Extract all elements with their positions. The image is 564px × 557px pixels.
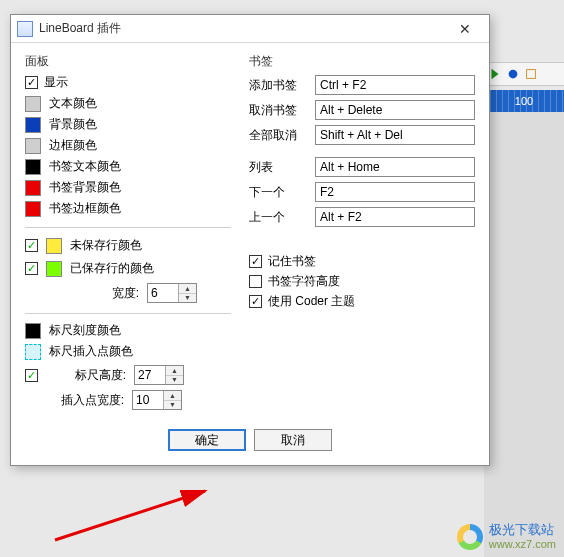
char-height-label: 书签字符高度 [268,273,340,290]
width-row: 宽度: ▲▼ [69,283,231,303]
color-swatch [25,201,41,217]
ok-button[interactable]: 确定 [168,429,246,451]
remove-all-label: 全部取消 [249,127,307,144]
panel-title: 面板 [25,53,231,70]
watermark-line2: www.xz7.com [489,538,556,551]
close-button[interactable]: ✕ [445,17,485,41]
bg-color-label: 背景颜色 [49,116,97,133]
add-bookmark-label: 添加书签 [249,77,307,94]
checkbox-icon: ✓ [25,76,38,89]
cancel-label: 取消 [281,432,305,449]
next-input[interactable] [315,182,475,202]
remember-bookmark-checkbox[interactable]: ✓ 记住书签 [249,253,475,270]
svg-rect-2 [527,70,536,79]
spin-down-icon[interactable]: ▼ [179,294,196,303]
background-toolbar [484,62,564,86]
checkbox-icon [249,275,262,288]
next-label: 下一个 [249,184,307,201]
annotation-arrow [50,485,250,545]
next-row: 下一个 [249,182,475,202]
remove-bookmark-row: 取消书签 [249,100,475,120]
color-swatch [25,323,41,339]
coder-theme-checkbox[interactable]: ✓ 使用 Coder 主题 [249,293,475,310]
titlebar: LineBoard 插件 ✕ [11,15,489,43]
spin-up-icon[interactable]: ▲ [166,366,183,376]
list-input[interactable] [315,157,475,177]
ruler-enable-checkbox[interactable]: ✓ [25,369,38,382]
dialog-title: LineBoard 插件 [39,20,445,37]
watermark-logo-icon [457,524,483,550]
border-color-label: 边框颜色 [49,137,97,154]
show-label: 显示 [44,74,68,91]
ruler-height-spinner[interactable]: ▲▼ [134,365,184,385]
saved-label: 已保存行的颜色 [70,260,154,277]
remove-all-input[interactable] [315,125,475,145]
ruler-height-input[interactable] [135,366,165,384]
color-swatch [25,344,41,360]
bookmark-border-color-row[interactable]: 书签边框颜色 [25,200,231,217]
spin-down-icon[interactable]: ▼ [166,376,183,385]
insert-width-label: 插入点宽度: [54,392,124,409]
ruler-scale-color-row[interactable]: 标尺刻度颜色 [25,322,231,339]
text-color-row[interactable]: 文本颜色 [25,95,231,112]
width-input[interactable] [148,284,178,302]
svg-point-1 [509,70,518,79]
bookmark-bg-color-label: 书签背景颜色 [49,179,121,196]
prev-row: 上一个 [249,207,475,227]
remove-all-row: 全部取消 [249,125,475,145]
insert-width-row: 插入点宽度: ▲▼ [54,390,231,410]
ruler-height-row: ✓ 标尺高度: ▲▼ [25,365,231,385]
panel-section: 面板 ✓ 显示 文本颜色 背景颜色 边框颜色 书签文本颜色 [25,53,231,415]
insert-width-spinner[interactable]: ▲▼ [132,390,182,410]
char-height-checkbox[interactable]: 书签字符高度 [249,273,475,290]
checkbox-icon: ✓ [25,369,38,382]
spin-down-icon[interactable]: ▼ [164,401,181,410]
app-icon [17,21,33,37]
bookmark-text-color-label: 书签文本颜色 [49,158,121,175]
checkbox-icon: ✓ [25,262,38,275]
border-color-row[interactable]: 边框颜色 [25,137,231,154]
color-swatch[interactable] [46,261,62,277]
list-label: 列表 [249,159,307,176]
bookmark-section: 书签 添加书签 取消书签 全部取消 列表 下一个 上一个 [249,53,475,415]
prev-input[interactable] [315,207,475,227]
separator [25,227,231,228]
color-swatch [25,180,41,196]
remember-bookmark-label: 记住书签 [268,253,316,270]
color-swatch [25,159,41,175]
color-swatch[interactable] [46,238,62,254]
unsaved-label: 未保存行颜色 [70,237,142,254]
show-checkbox[interactable]: ✓ 显示 [25,74,231,91]
color-swatch [25,117,41,133]
width-spinner[interactable]: ▲▼ [147,283,197,303]
ruler-insert-color-row[interactable]: 标尺插入点颜色 [25,343,231,360]
svg-line-3 [55,491,205,540]
ruler-insert-label: 标尺插入点颜色 [49,343,133,360]
add-bookmark-input[interactable] [315,75,475,95]
bookmark-border-color-label: 书签边框颜色 [49,200,121,217]
text-color-label: 文本颜色 [49,95,97,112]
lineboard-dialog: LineBoard 插件 ✕ 面板 ✓ 显示 文本颜色 背景颜色 边框颜色 [10,14,490,466]
checkbox-icon: ✓ [249,255,262,268]
bg-color-row[interactable]: 背景颜色 [25,116,231,133]
color-swatch [25,138,41,154]
cancel-button[interactable]: 取消 [254,429,332,451]
close-icon: ✕ [459,21,471,37]
ruler-height-label: 标尺高度: [56,367,126,384]
button-bar: 确定 取消 [11,421,489,465]
remove-bookmark-input[interactable] [315,100,475,120]
bookmark-text-color-row[interactable]: 书签文本颜色 [25,158,231,175]
saved-checkbox[interactable]: ✓ [25,262,38,275]
spin-up-icon[interactable]: ▲ [164,391,181,401]
unsaved-checkbox[interactable]: ✓ [25,239,38,252]
add-bookmark-row: 添加书签 [249,75,475,95]
saved-row: ✓ 已保存行的颜色 [25,259,231,278]
insert-width-input[interactable] [133,391,163,409]
list-row: 列表 [249,157,475,177]
remove-bookmark-label: 取消书签 [249,102,307,119]
checkbox-icon: ✓ [25,239,38,252]
bookmark-bg-color-row[interactable]: 书签背景颜色 [25,179,231,196]
ruler-scale-label: 标尺刻度颜色 [49,322,121,339]
spin-up-icon[interactable]: ▲ [179,284,196,294]
svg-marker-0 [492,69,499,80]
